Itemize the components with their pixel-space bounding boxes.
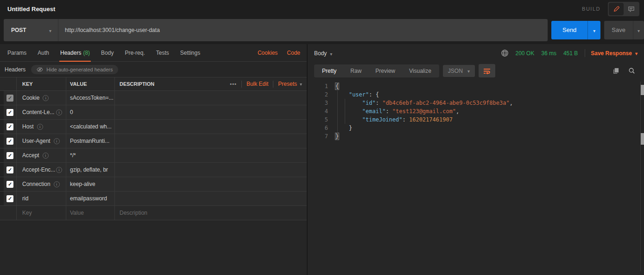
- row-drag-handle[interactable]: [0, 120, 4, 134]
- description-cell[interactable]: [115, 105, 307, 119]
- tab-label: Params: [7, 50, 26, 56]
- key-cell[interactable]: Host: [17, 120, 66, 134]
- checkbox-cell: [4, 177, 17, 191]
- tab-params[interactable]: Params: [2, 44, 32, 61]
- description-cell[interactable]: [115, 177, 307, 191]
- tab-tests[interactable]: Tests: [151, 44, 175, 61]
- code-link[interactable]: Code: [282, 44, 305, 61]
- view-tab-preview[interactable]: Preview: [368, 65, 402, 77]
- new-key-input[interactable]: Key: [17, 206, 66, 220]
- tab-label: Headers: [60, 50, 81, 56]
- value-cell[interactable]: */*: [66, 148, 115, 162]
- bulk-edit-link[interactable]: Bulk Edit: [246, 81, 268, 87]
- format-dropdown[interactable]: JSON: [443, 65, 475, 77]
- code-text: "id": "db4c6ebf-abc2-4964-abe9-0c53c9f8b…: [335, 99, 513, 107]
- token: ,: [510, 100, 513, 106]
- token: 1620217461907: [409, 116, 453, 123]
- scrollbar-thumb[interactable]: [641, 85, 644, 95]
- copy-button[interactable]: [610, 65, 622, 77]
- save-response-dropdown[interactable]: Save Response: [591, 50, 638, 57]
- value-cell[interactable]: <calculated wh...: [66, 120, 115, 134]
- row-drag-handle[interactable]: [0, 134, 4, 148]
- description-cell[interactable]: [115, 163, 307, 177]
- info-icon: [54, 181, 60, 187]
- value-cell[interactable]: 0: [66, 105, 115, 119]
- token: "db4c6ebf-abc2-4964-abe9-0c53c9f8be3a": [382, 100, 510, 106]
- info-icon: [43, 153, 49, 159]
- row-checkbox[interactable]: [6, 152, 13, 159]
- row-checkbox[interactable]: [6, 138, 13, 145]
- value-cell[interactable]: emailpassword: [66, 192, 115, 205]
- url-input[interactable]: http://localhost:3001/change-user-data: [58, 19, 548, 41]
- key-cell[interactable]: Connection: [17, 177, 66, 191]
- method-select[interactable]: POST: [4, 19, 58, 41]
- row-drag-handle[interactable]: [0, 192, 4, 205]
- row-drag-handle[interactable]: [0, 105, 4, 119]
- tab-settings[interactable]: Settings: [175, 44, 206, 61]
- row-drag-handle[interactable]: [0, 148, 4, 162]
- tab-label: Tests: [156, 50, 169, 56]
- scrollbar-thumb[interactable]: [641, 133, 644, 145]
- row-checkbox[interactable]: [6, 166, 13, 173]
- row-checkbox[interactable]: [6, 123, 13, 130]
- response-code-editor[interactable]: 1{2 "user": {3 "id": "db4c6ebf-abc2-4964…: [308, 79, 644, 275]
- tab-body[interactable]: Body: [95, 44, 119, 61]
- chevron-down-icon: [467, 68, 470, 74]
- value-cell[interactable]: gzip, deflate, br: [66, 163, 115, 177]
- description-cell[interactable]: [115, 134, 307, 148]
- value-cell[interactable]: keep-alive: [66, 177, 115, 191]
- key-text: User-Agent: [22, 138, 51, 144]
- info-icon: [37, 124, 43, 130]
- checkbox-cell: [4, 120, 17, 134]
- row-checkbox[interactable]: [6, 195, 13, 202]
- response-scrollbar[interactable]: [640, 82, 644, 271]
- key-cell[interactable]: rid: [17, 192, 66, 205]
- row-drag-handle[interactable]: [0, 163, 4, 177]
- cookies-link[interactable]: Cookies: [253, 44, 282, 61]
- new-description-input[interactable]: Description: [115, 206, 307, 220]
- key-cell[interactable]: Accept-Enc...: [17, 163, 66, 177]
- tab-auth[interactable]: Auth: [32, 44, 55, 61]
- token: [335, 108, 362, 115]
- value-cell[interactable]: sAccessToken=...: [66, 91, 115, 105]
- save-button[interactable]: Save: [604, 21, 633, 39]
- row-checkbox[interactable]: [6, 109, 13, 116]
- key-cell[interactable]: Cookie: [17, 91, 66, 105]
- save-options-button[interactable]: [633, 21, 644, 39]
- row-drag-handle[interactable]: [0, 91, 4, 105]
- tab-headers[interactable]: Headers(8): [55, 44, 95, 61]
- network-icon[interactable]: [501, 49, 509, 57]
- send-button[interactable]: Send: [551, 21, 587, 39]
- table-row: CookiesAccessToken=...: [0, 91, 307, 105]
- more-options-button[interactable]: •••: [230, 81, 237, 87]
- code-text: "email": "test123@gmail.com",: [335, 107, 459, 115]
- row-checkbox[interactable]: [6, 181, 13, 188]
- new-value-input[interactable]: Value: [66, 206, 115, 220]
- info-icon: [43, 95, 49, 101]
- code-text: }: [335, 132, 339, 141]
- url-bar: POST http://localhost:3001/change-user-d…: [4, 19, 548, 41]
- search-button[interactable]: [625, 65, 638, 77]
- token: }: [335, 125, 352, 131]
- view-tab-raw[interactable]: Raw: [343, 65, 368, 77]
- key-cell[interactable]: User-Agent: [17, 134, 66, 148]
- presets-dropdown[interactable]: Presets: [278, 81, 302, 87]
- info-icon: [56, 167, 62, 173]
- edit-mode-button[interactable]: [609, 3, 624, 15]
- wrap-lines-button[interactable]: [479, 64, 495, 77]
- comments-button[interactable]: [624, 3, 638, 15]
- description-cell[interactable]: [115, 192, 307, 205]
- key-cell[interactable]: Accept: [17, 148, 66, 162]
- view-tab-visualize[interactable]: Visualize: [402, 65, 438, 77]
- send-options-button[interactable]: [587, 21, 600, 39]
- view-tab-pretty[interactable]: Pretty: [315, 65, 343, 77]
- key-cell[interactable]: Content-Le...: [17, 105, 66, 119]
- description-cell[interactable]: [115, 148, 307, 162]
- description-cell[interactable]: [115, 120, 307, 134]
- hide-autogenerated-toggle[interactable]: Hide auto-generated headers: [31, 65, 118, 74]
- value-cell[interactable]: PostmanRunti...: [66, 134, 115, 148]
- row-drag-handle[interactable]: [0, 177, 4, 191]
- description-cell[interactable]: [115, 91, 307, 105]
- response-body-dropdown[interactable]: Body: [314, 49, 332, 58]
- tab-prereq[interactable]: Pre-req.: [119, 44, 150, 61]
